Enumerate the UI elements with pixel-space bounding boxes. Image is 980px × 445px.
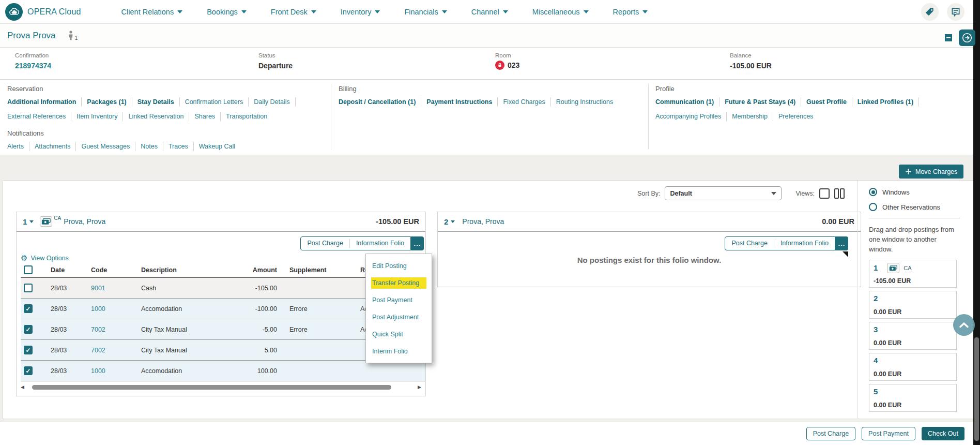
link-shares[interactable]: Shares bbox=[189, 112, 221, 121]
chevron-down-icon[interactable] bbox=[29, 220, 34, 223]
link-routing-instructions[interactable]: Routing Instructions bbox=[551, 97, 618, 107]
window-card-2[interactable]: 2 0.00 EUR bbox=[869, 291, 957, 319]
menu-item-quick-split[interactable]: Quick Split bbox=[366, 325, 432, 343]
horizontal-scrollbar[interactable]: ◀ ▶ bbox=[19, 384, 423, 391]
posting-row[interactable]: ✓ 28/03 9001 Cash -105.00 bbox=[21, 278, 425, 299]
row-checkbox[interactable]: ✓ bbox=[24, 304, 33, 313]
transaction-code-link[interactable]: 7002 bbox=[91, 347, 141, 354]
link-preferences[interactable]: Preferences bbox=[773, 112, 818, 121]
link-future-past-stays[interactable]: Future & Past Stays (4) bbox=[719, 97, 801, 107]
posting-row[interactable]: ✓ 28/03 7002 City Tax Manual -5.00 Error… bbox=[21, 319, 425, 340]
nav-item-front-desk[interactable]: Front Desk bbox=[271, 8, 316, 16]
link-packages[interactable]: Packages (1) bbox=[82, 97, 132, 107]
link-membership[interactable]: Membership bbox=[727, 112, 773, 121]
post-payment-button[interactable]: Post Payment bbox=[862, 427, 915, 440]
link-guest-messages[interactable]: Guest Messages bbox=[76, 142, 135, 151]
folio1-more-actions-button[interactable]: ... bbox=[411, 236, 424, 250]
expand-business-card-button[interactable] bbox=[959, 29, 975, 46]
view-options-button[interactable]: ⚙ View Options bbox=[21, 254, 425, 262]
window-card-4[interactable]: 4 0.00 EUR bbox=[869, 353, 957, 381]
scroll-left-icon[interactable]: ◀ bbox=[21, 384, 24, 390]
link-accompanying-profiles[interactable]: Accompanying Profiles bbox=[655, 112, 727, 121]
scroll-right-icon[interactable]: ▶ bbox=[418, 384, 421, 390]
link-communication[interactable]: Communication (1) bbox=[655, 97, 719, 107]
menu-item-interim-folio[interactable]: Interim Folio bbox=[366, 343, 432, 360]
scrollbar-thumb[interactable] bbox=[32, 385, 391, 390]
row-checkbox[interactable]: ✓ bbox=[24, 346, 33, 354]
menu-item-post-payment[interactable]: Post Payment bbox=[366, 291, 432, 308]
transaction-code-link[interactable]: 1000 bbox=[91, 305, 141, 313]
row-checkbox[interactable]: ✓ bbox=[24, 325, 33, 334]
folio2-information-folio-button[interactable]: Information Folio bbox=[774, 237, 835, 250]
folio2-more-actions-button[interactable]: ... bbox=[835, 236, 848, 250]
scrollbar-thumb[interactable] bbox=[974, 337, 979, 441]
collapse-panel-button[interactable] bbox=[945, 34, 952, 41]
link-stay-details[interactable]: Stay Details bbox=[132, 97, 180, 107]
chevron-down-icon[interactable] bbox=[451, 220, 455, 223]
check-out-button[interactable]: Check Out bbox=[922, 427, 964, 440]
link-wakeup-call[interactable]: Wakeup Call bbox=[194, 142, 240, 151]
link-external-references[interactable]: External References bbox=[7, 112, 71, 121]
select-all-checkbox[interactable]: ✓ bbox=[24, 265, 33, 274]
nav-item-miscellaneous[interactable]: Miscellaneous bbox=[532, 8, 589, 16]
link-notes[interactable]: Notes bbox=[135, 142, 163, 151]
posting-row[interactable]: ✓ 28/03 7002 City Tax Manual 5.00 bbox=[21, 340, 425, 361]
window-card-5[interactable]: 5 0.00 EUR bbox=[869, 384, 957, 412]
nav-item-financials[interactable]: Financials bbox=[404, 8, 447, 16]
browser-scrollbar[interactable] bbox=[973, 0, 980, 445]
link-attachments[interactable]: Attachments bbox=[29, 142, 76, 151]
link-linked-reservation[interactable]: Linked Reservation bbox=[123, 112, 189, 121]
post-charge-button[interactable]: Post Charge bbox=[806, 427, 855, 440]
link-daily-details[interactable]: Daily Details bbox=[249, 97, 295, 107]
transaction-code-link[interactable]: 9001 bbox=[91, 285, 141, 292]
link-alerts[interactable]: Alerts bbox=[7, 142, 29, 151]
folio2-number[interactable]: 2 bbox=[444, 217, 448, 226]
sort-select[interactable]: Default bbox=[665, 186, 782, 200]
link-transportation[interactable]: Transportation bbox=[221, 112, 272, 121]
link-guest-profile[interactable]: Guest Profile bbox=[801, 97, 852, 107]
transaction-code-link[interactable]: 7002 bbox=[91, 326, 141, 333]
menu-item-edit-posting[interactable]: Edit Posting bbox=[366, 257, 432, 274]
link-fixed-charges[interactable]: Fixed Charges bbox=[498, 97, 550, 107]
link-deposit-cancellation[interactable]: Deposit / Cancellation (1) bbox=[339, 97, 421, 107]
posting-row[interactable]: ✓ 28/03 1000 Accomodation 100.00 bbox=[21, 361, 425, 381]
notifications-button[interactable] bbox=[947, 3, 964, 21]
folio1-post-charge-button[interactable]: Post Charge bbox=[301, 237, 349, 250]
link-additional-information[interactable]: Additional Information bbox=[7, 97, 82, 107]
confirmation-number[interactable]: 218974374 bbox=[15, 62, 51, 70]
radio-windows[interactable]: Windows bbox=[869, 188, 960, 196]
nav-item-inventory[interactable]: Inventory bbox=[341, 8, 380, 16]
radio-other-reservations[interactable]: Other Reservations bbox=[869, 203, 960, 211]
folio1-information-folio-button[interactable]: Information Folio bbox=[350, 237, 410, 250]
folio1-guest-name[interactable]: Prova, Prova bbox=[64, 217, 105, 226]
radio-selected-icon[interactable] bbox=[869, 188, 877, 196]
nav-item-channel[interactable]: Channel bbox=[471, 8, 508, 16]
link-payment-instructions[interactable]: Payment Instructions bbox=[421, 97, 498, 107]
link-traces[interactable]: Traces bbox=[163, 142, 194, 151]
link-confirmation-letters[interactable]: Confirmation Letters bbox=[180, 97, 249, 107]
nav-item-reports[interactable]: Reports bbox=[613, 8, 648, 16]
link-item-inventory[interactable]: Item Inventory bbox=[71, 112, 123, 121]
opera-cloud-logo[interactable] bbox=[5, 3, 23, 21]
link-linked-profiles[interactable]: Linked Profiles (1) bbox=[852, 97, 919, 107]
row-checkbox[interactable]: ✓ bbox=[24, 284, 33, 292]
menu-item-post-adjustment[interactable]: Post Adjustment bbox=[366, 308, 432, 325]
nav-item-bookings[interactable]: Bookings bbox=[207, 8, 247, 16]
window-card-3[interactable]: 3 0.00 EUR bbox=[869, 322, 957, 350]
radio-icon[interactable] bbox=[869, 203, 877, 211]
split-view-icon[interactable] bbox=[834, 188, 845, 199]
move-charges-button[interactable]: Move Charges bbox=[899, 165, 963, 179]
folio1-number[interactable]: 1 bbox=[23, 217, 27, 226]
row-checkbox[interactable]: ✓ bbox=[24, 366, 33, 375]
transaction-code-link[interactable]: 1000 bbox=[91, 367, 141, 375]
quick-launch-button[interactable] bbox=[921, 3, 939, 21]
nav-item-client-relations[interactable]: Client Relations bbox=[121, 8, 183, 16]
menu-item-transfer-posting[interactable]: Transfer Posting bbox=[366, 274, 432, 291]
single-view-icon[interactable] bbox=[819, 188, 830, 199]
guest-name-link[interactable]: Prova Prova bbox=[7, 31, 56, 41]
folio2-post-charge-button[interactable]: Post Charge bbox=[725, 237, 773, 250]
folio2-guest-name[interactable]: Prova, Prova bbox=[462, 217, 504, 226]
scroll-to-top-button[interactable] bbox=[953, 314, 975, 336]
window-card-1[interactable]: 1 CA -105.00 EUR bbox=[869, 260, 957, 288]
posting-row[interactable]: ✓ 28/03 1000 Accomodation -100.00 Errore… bbox=[21, 299, 425, 319]
